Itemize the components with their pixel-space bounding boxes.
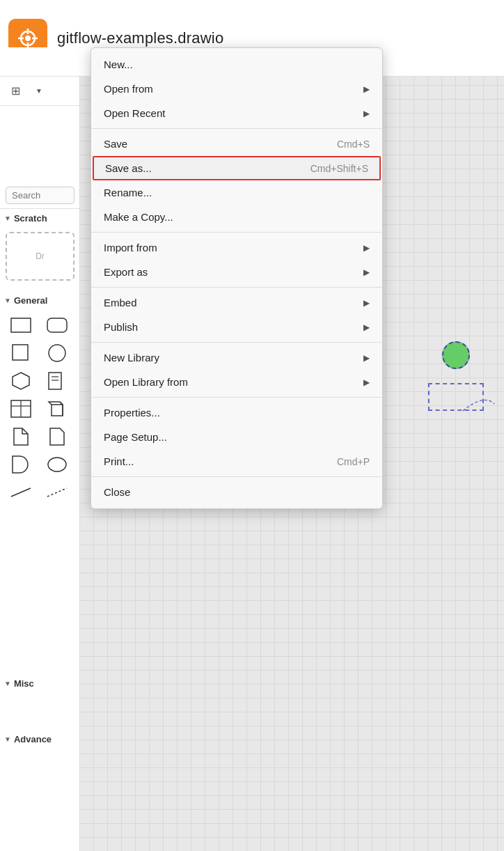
shapes-grid (0, 309, 80, 509)
misc-section: ▼ Misc (0, 676, 80, 692)
menu-new-label: New... (104, 58, 133, 70)
svg-rect-17 (52, 405, 63, 416)
separator-4 (91, 342, 382, 343)
menu-open-recent[interactable]: Open Recent ▶ (91, 101, 382, 125)
shape-line[interactable] (6, 480, 36, 505)
shape-document[interactable] (42, 368, 72, 393)
separator-6 (91, 476, 382, 477)
menu-open-from-label: Open from (104, 83, 153, 95)
shape-oval[interactable] (42, 452, 72, 477)
separator-5 (91, 397, 382, 398)
menu-rename[interactable]: Rename... (91, 180, 382, 205)
menu-save-shortcut: Cmd+S (337, 139, 370, 150)
shape-process[interactable] (6, 452, 36, 477)
menu-save-as-label: Save as... (105, 162, 152, 174)
menu-embed-label: Embed (104, 297, 137, 309)
shape-square[interactable] (6, 341, 36, 366)
shape-circle[interactable] (42, 341, 72, 366)
scratch-section: ▼ Scratch Dr (0, 210, 80, 286)
menu-properties-label: Properties... (104, 407, 160, 419)
general-section-header[interactable]: ▼ General (0, 292, 80, 309)
sidebar-toolbar: ⊞ ▼ (0, 77, 79, 106)
shape-hexagon[interactable] (6, 368, 36, 393)
app-title: gitflow-examples.drawio (57, 29, 223, 47)
scratch-section-header[interactable]: ▼ Scratch (0, 210, 80, 226)
svg-line-22 (47, 488, 67, 497)
menu-page-setup-label: Page Setup... (104, 431, 167, 443)
misc-label: Misc (14, 678, 34, 689)
shape-rectangle[interactable] (6, 313, 36, 338)
search-input[interactable] (6, 187, 74, 204)
menu-export-as[interactable]: Export as ▶ (91, 260, 382, 284)
advance-arrow-icon: ▼ (4, 735, 11, 743)
menu-export-as-label: Export as (104, 266, 148, 278)
sidebar-dropdown-icon[interactable]: ▼ (29, 81, 49, 101)
svg-line-21 (11, 488, 31, 497)
menu-save-as-shortcut: Cmd+Shift+S (310, 163, 368, 174)
svg-rect-6 (11, 318, 31, 332)
misc-section-header[interactable]: ▼ Misc (0, 676, 80, 692)
shape-file2[interactable] (42, 424, 72, 449)
menu-close-label: Close (104, 486, 130, 498)
canvas-arrow (456, 390, 498, 418)
advance-section: ▼ Advance (0, 731, 80, 747)
shape-table[interactable] (6, 396, 36, 421)
shape-file[interactable] (6, 424, 36, 449)
menu-close[interactable]: Close (91, 480, 382, 504)
menu-make-copy-label: Make a Copy... (104, 211, 173, 223)
menu-import-from[interactable]: Import from ▶ (91, 235, 382, 260)
scratch-arrow-icon: ▼ (4, 214, 11, 222)
shape-rounded-rect[interactable] (42, 313, 72, 338)
sidebar: ⊞ ▼ ▼ Scratch Dr ▼ General (0, 77, 80, 851)
menu-make-copy[interactable]: Make a Copy... (91, 205, 382, 229)
embed-arrow-icon: ▶ (363, 298, 370, 308)
misc-arrow-icon: ▼ (4, 680, 11, 687)
menu-publish-label: Publish (104, 321, 138, 333)
advance-label: Advance (14, 734, 52, 744)
menu-save-as[interactable]: Save as... Cmd+Shift+S (93, 156, 381, 180)
scratch-label: Scratch (14, 213, 47, 224)
menu-embed[interactable]: Embed ▶ (91, 290, 382, 315)
open-library-from-arrow-icon: ▶ (363, 377, 370, 387)
svg-point-1 (25, 36, 31, 41)
sidebar-panel-icon[interactable]: ⊞ (6, 81, 25, 101)
file-menu-dropdown: New... Open from ▶ Open Recent ▶ Save Cm… (90, 47, 383, 509)
menu-open-library-from-label: Open Library from (104, 376, 188, 388)
menu-rename-label: Rename... (104, 187, 152, 198)
open-from-arrow-icon: ▶ (363, 84, 370, 94)
menu-properties[interactable]: Properties... (91, 400, 382, 425)
general-label: General (14, 295, 47, 306)
shape-dotted-line[interactable] (42, 480, 72, 505)
open-recent-arrow-icon: ▶ (363, 109, 370, 118)
menu-new-library[interactable]: New Library ▶ (91, 345, 382, 370)
svg-marker-10 (13, 373, 29, 389)
menu-import-from-label: Import from (104, 242, 157, 253)
svg-point-20 (48, 458, 66, 471)
menu-print-label: Print... (104, 455, 134, 467)
menu-save-label: Save (104, 138, 127, 150)
menu-save[interactable]: Save Cmd+S (91, 132, 382, 156)
menu-open-from[interactable]: Open from ▶ (91, 77, 382, 101)
shape-cube[interactable] (42, 396, 72, 421)
separator-1 (91, 128, 382, 129)
menu-new-library-label: New Library (104, 352, 159, 364)
publish-arrow-icon: ▶ (363, 322, 370, 332)
canvas-circle[interactable] (442, 341, 470, 369)
separator-3 (91, 287, 382, 288)
svg-point-9 (49, 345, 65, 361)
menu-publish[interactable]: Publish ▶ (91, 315, 382, 339)
new-library-arrow-icon: ▶ (363, 353, 370, 363)
search-box (0, 182, 80, 209)
svg-rect-8 (13, 345, 28, 360)
separator-2 (91, 232, 382, 233)
scratch-area: Dr (6, 232, 74, 281)
svg-rect-7 (47, 318, 67, 332)
svg-rect-11 (49, 373, 61, 389)
menu-print[interactable]: Print... Cmd+P (91, 449, 382, 474)
advance-section-header[interactable]: ▼ Advance (0, 731, 80, 747)
menu-page-setup[interactable]: Page Setup... (91, 425, 382, 449)
general-section: ▼ General (0, 292, 80, 509)
menu-new[interactable]: New... (91, 52, 382, 77)
menu-open-library-from[interactable]: Open Library from ▶ (91, 370, 382, 394)
export-as-arrow-icon: ▶ (363, 267, 370, 277)
